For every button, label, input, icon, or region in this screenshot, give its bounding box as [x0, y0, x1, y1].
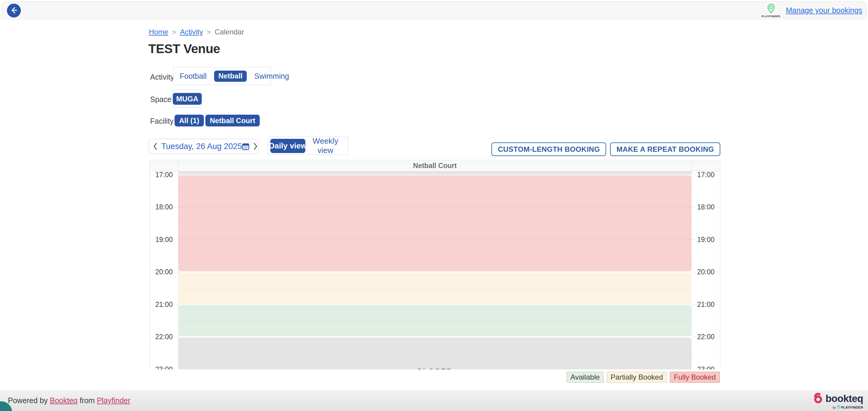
time-label: 21:00: [692, 300, 720, 309]
daily-calendar: Netball Court CLOSED: [150, 160, 720, 370]
calendar-icon[interactable]: [242, 143, 249, 150]
powered-by-prefix: Powered by: [8, 396, 48, 405]
playfinder-logo: PLAYFINDER: [762, 4, 780, 18]
arrow-left-icon: [10, 6, 18, 15]
legend-available: Available: [566, 372, 604, 383]
time-label: 19:00: [150, 235, 178, 244]
time-axis-left: 17:00 18:00 19:00 20:00 21:00 22:00 23:0…: [150, 171, 178, 369]
slot-closed-22-onwards: [178, 338, 692, 369]
bookteq-droplet-icon: [812, 392, 823, 405]
half-hour-gridline: [178, 288, 692, 288]
legend-fully-booked: Fully Booked: [670, 372, 720, 383]
time-label: 20:00: [692, 268, 720, 276]
make-repeat-booking-button[interactable]: MAKE A REPEAT BOOKING: [610, 142, 720, 156]
time-label: 22:00: [150, 333, 178, 341]
manage-bookings-link[interactable]: Manage your bookings: [786, 6, 862, 15]
previous-day-chevron-icon[interactable]: [153, 142, 158, 150]
breadcrumb-separator: >: [172, 28, 176, 36]
breadcrumb-current: Calendar: [215, 28, 244, 36]
current-date-label[interactable]: Tuesday, 26 Aug 2025: [161, 142, 242, 151]
footer: Powered by Bookteq from Playfinder bookt…: [0, 390, 868, 411]
playfinder-wordmark: PLAYFINDER: [762, 15, 780, 18]
calendar-column-netball-court: CLOSED: [178, 171, 692, 369]
bookteq-byline: by PLAYFINDER: [833, 405, 863, 410]
page-title: TEST Venue: [148, 42, 220, 56]
time-label: 17:00: [150, 171, 178, 179]
activity-option-netball-selected[interactable]: Netball: [214, 71, 247, 82]
next-day-chevron-icon[interactable]: [253, 142, 258, 150]
view-toggle-group: Daily view Weekly view: [268, 137, 348, 155]
date-picker[interactable]: Tuesday, 26 Aug 2025: [149, 139, 258, 154]
hour-gridline: [178, 175, 692, 175]
hour-gridline: [178, 207, 692, 207]
facility-filter-group: All (1) Netball Court: [175, 115, 260, 127]
facility-option-all-selected[interactable]: All (1): [175, 115, 204, 127]
time-label: 21:00: [150, 300, 178, 309]
time-label: 18:00: [692, 203, 720, 211]
playfinder-link[interactable]: Playfinder: [97, 396, 130, 405]
facility-filter-label: Facility: [150, 117, 174, 126]
time-label: 23:00: [150, 365, 178, 369]
time-label: 22:00: [692, 333, 720, 341]
breadcrumb-separator: >: [207, 28, 211, 36]
half-hour-gridline: [178, 353, 692, 353]
half-hour-gridline: [178, 223, 692, 224]
hour-gridline: [178, 240, 692, 240]
calendar-column-header: Netball Court: [178, 160, 692, 171]
breadcrumb: Home > Activity > Calendar: [149, 28, 244, 36]
availability-legend: Available Partially Booked Fully Booked: [566, 372, 720, 383]
powered-by-from: from: [80, 396, 95, 405]
calendar-header-row: Netball Court: [150, 160, 720, 171]
breadcrumb-activity-link[interactable]: Activity: [180, 28, 203, 36]
activity-filter-group: Football Netball Swimming: [173, 67, 271, 85]
calendar-header-gutter: [150, 160, 178, 171]
daily-view-tab-selected[interactable]: Daily view: [270, 139, 305, 153]
weekly-view-tab[interactable]: Weekly view: [305, 136, 345, 155]
slot-closed-before-17: [178, 171, 692, 174]
powered-by-text: Powered by Bookteq from Playfinder: [8, 396, 130, 405]
bookteq-link[interactable]: Bookteq: [50, 396, 78, 405]
hour-gridline: [178, 337, 692, 337]
top-bar: PLAYFINDER Manage your bookings: [1, 1, 867, 19]
playfinder-pin-small-icon: [837, 405, 840, 410]
time-label: 18:00: [150, 203, 178, 211]
half-hour-gridline: [178, 256, 692, 256]
bookteq-logo: bookteq by PLAYFINDER: [812, 392, 863, 410]
activity-filter-label: Activity: [150, 73, 174, 81]
space-filter-label: Space: [150, 95, 172, 104]
facility-option-netball-court-selected[interactable]: Netball Court: [205, 115, 260, 127]
space-filter-group: MUGA: [173, 90, 202, 108]
activity-option-swimming[interactable]: Swimming: [254, 72, 289, 80]
activity-option-football[interactable]: Football: [180, 72, 207, 80]
byline-by: by: [833, 406, 836, 409]
calendar-header-gutter: [692, 160, 720, 171]
time-label: 17:00: [692, 171, 720, 179]
playfinder-pin-icon: [767, 4, 775, 14]
space-option-muga-selected[interactable]: MUGA: [173, 93, 202, 105]
back-button[interactable]: [7, 4, 21, 18]
time-axis-right: 17:00 18:00 19:00 20:00 21:00 22:00 23:0…: [692, 171, 720, 369]
closed-label: CLOSED: [178, 368, 692, 369]
half-hour-gridline: [178, 321, 692, 321]
calendar-body: CLOSED 17:00 18:00 19:00 20:00 21:00 22:…: [150, 171, 720, 369]
hour-gridline: [178, 272, 692, 272]
custom-length-booking-button[interactable]: CUSTOM-LENGTH BOOKING: [491, 142, 606, 156]
time-label: 23:00: [692, 365, 720, 369]
legend-partially-booked: Partially Booked: [607, 372, 667, 383]
bookteq-wordmark: bookteq: [826, 393, 863, 404]
booking-actions: CUSTOM-LENGTH BOOKING MAKE A REPEAT BOOK…: [491, 142, 720, 156]
time-label: 20:00: [150, 268, 178, 276]
byline-playfinder: PLAYFINDER: [841, 406, 863, 409]
breadcrumb-home-link[interactable]: Home: [149, 28, 168, 36]
time-label: 19:00: [692, 235, 720, 244]
